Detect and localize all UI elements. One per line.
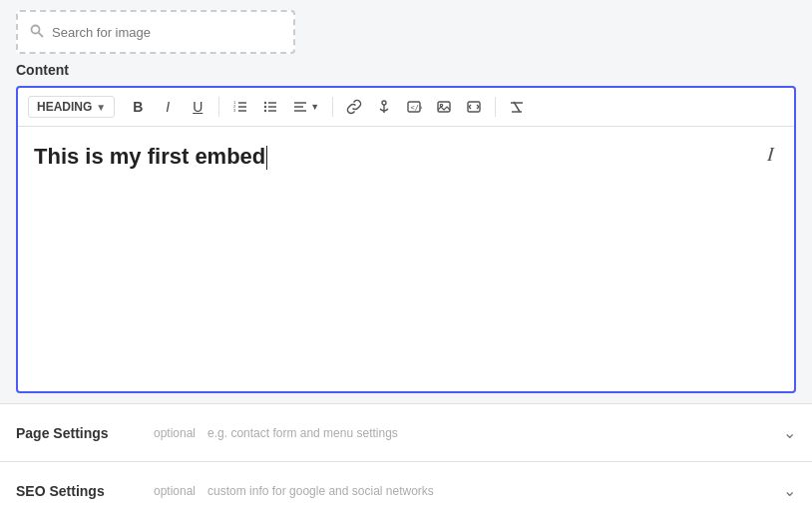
editor-toolbar: HEADING ▼ B I U 1 [18, 88, 794, 127]
unordered-list-button[interactable] [257, 94, 283, 120]
svg-line-26 [477, 105, 479, 107]
image-button[interactable] [431, 94, 457, 120]
svg-point-10 [264, 110, 266, 112]
seo-settings-accordion[interactable]: SEO Settings optional custom info for go… [0, 461, 812, 519]
bold-button[interactable]: B [125, 94, 151, 120]
i-beam-cursor: 𝐼 [767, 143, 774, 166]
page-settings-title: Page Settings [16, 425, 146, 441]
svg-line-25 [469, 107, 471, 109]
editor-content-text[interactable]: This is my first embed [34, 143, 778, 172]
svg-line-27 [477, 107, 479, 109]
image-search-area [0, 0, 812, 62]
align-button[interactable]: ▼ [287, 94, 324, 120]
page-settings-accordion[interactable]: Page Settings optional e.g. contact form… [0, 403, 812, 461]
code-button[interactable] [461, 94, 487, 120]
toolbar-separator-3 [495, 97, 496, 117]
italic-button[interactable]: I [155, 94, 181, 120]
svg-text:</>: </> [411, 104, 423, 112]
text-cursor [266, 146, 267, 170]
seo-settings-title: SEO Settings [16, 483, 146, 499]
toolbar-separator-2 [332, 97, 333, 117]
editor-body[interactable]: This is my first embed 𝐼 [18, 127, 794, 391]
page-settings-desc: e.g. contact form and menu settings [207, 426, 398, 440]
embed-button[interactable]: </> [401, 94, 427, 120]
page-settings-optional: optional [154, 426, 196, 440]
svg-point-17 [382, 101, 386, 105]
heading-dropdown[interactable]: HEADING ▼ [28, 96, 115, 118]
seo-settings-chevron-icon: ⌄ [783, 481, 796, 500]
seo-settings-optional: optional [154, 484, 196, 498]
seo-settings-desc: custom info for google and social networ… [207, 484, 434, 498]
svg-point-8 [264, 102, 266, 104]
search-icon [30, 24, 44, 41]
image-search-box [16, 10, 295, 54]
content-label: Content [16, 62, 796, 78]
image-search-input[interactable] [52, 25, 281, 40]
content-section: Content HEADING ▼ B I U [0, 62, 812, 403]
svg-point-0 [32, 25, 40, 33]
ordered-list-button[interactable]: 1 2 3 [227, 94, 253, 120]
align-chevron-icon: ▼ [310, 102, 319, 112]
svg-line-1 [39, 32, 43, 36]
link-button[interactable] [341, 94, 367, 120]
svg-line-24 [469, 105, 471, 107]
anchor-button[interactable] [371, 94, 397, 120]
heading-label: HEADING [37, 100, 92, 114]
svg-text:3: 3 [233, 108, 236, 113]
chevron-down-icon: ▼ [96, 102, 106, 113]
clear-format-button[interactable] [504, 94, 530, 120]
underline-button[interactable]: U [185, 94, 210, 120]
page-settings-chevron-icon: ⌄ [783, 423, 796, 442]
toolbar-separator-1 [218, 97, 219, 117]
svg-point-22 [440, 104, 442, 106]
editor-container: HEADING ▼ B I U 1 [16, 86, 796, 393]
svg-point-9 [264, 106, 266, 108]
